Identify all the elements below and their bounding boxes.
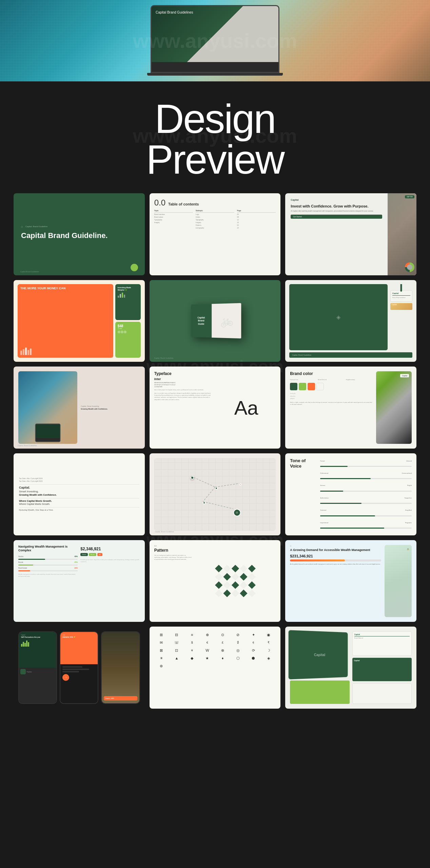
typeface-name: Inter [154,377,213,381]
toc-col-header: Topic [154,210,193,213]
card1-title: Capital Brand Guideline. [21,231,137,240]
card5-footer: Capital. Brand Guidelines [154,357,174,359]
icon-cell: ☽ [265,647,272,654]
business-card: ◈ [289,284,388,351]
laptop-screen: Capital Brand Guidelines [152,6,278,62]
screen-content: Capital Brand Guidelines [156,10,193,15]
icon-cell: ⊞ [158,631,165,638]
hero-section: Capital Brand Guidelines www.anyusi.com [0,0,430,81]
svg-line-1 [203,487,215,501]
preview-grid: ⬡Capital. Brand Guideline Capital Brand … [0,190,430,730]
card3-title: Invest with Confidence. Grow with Purpos… [291,204,382,209]
icon-cell: € [204,639,211,646]
icon-cell: ₿ [235,639,241,646]
card-copywriting: Tan Dale. Alta / Com-right 2024 Tan Dale… [14,453,145,535]
color-swatch-1 [290,383,297,390]
phone-1: Capital S&P Fluctuations this year Portf… [18,631,57,704]
icon-cell: ⊛ [158,663,165,669]
icon-cell: ⬡ [235,655,241,662]
card-invest-hero: Capital Invest with Confidence. Grow wit… [285,193,416,275]
card-print-booklet: CapitalBrandGuide 🚲 Capital. Brand Guide… [150,280,281,362]
demand-desc: As the global demand for personalized we… [290,563,381,565]
icon-cell: $ [189,639,195,646]
icon-cell: ⟳ [250,647,257,654]
id-card: Capital Brand Representative Capital [390,284,412,351]
card3-image: S&P 500 [388,193,416,275]
demand-title: A Growing Demand for Accessible Wealth M… [290,548,381,552]
card-brand-color: Brand color Pantone First Brand Second S… [285,367,416,449]
card3-cta: Get Started [291,215,382,219]
icon-cell: ⊠ [158,647,165,654]
grid-row-2: THE MORE YOUR MONEY CAN Investing Made S… [14,280,416,362]
svg-line-2 [215,484,239,487]
card-brand-guideline: ⬡Capital. Brand Guideline Capital Brand … [14,193,145,275]
laptop-container: Capital Brand Guidelines [144,5,286,76]
laptop-bezel-bottom [152,62,278,72]
card4-main-text: THE MORE YOUR MONEY CAN [20,287,111,290]
card3-badge: S&P 500 [405,195,414,198]
card3-subtitle: At Capital, reify watching wealth manage… [291,210,382,213]
phone-3: Capital. +28% [101,631,140,704]
phone-2: Tips FINANCE TIPS 💡 → [60,631,98,704]
card7-laptop [35,423,61,442]
toc-col-header2: Subtopic [196,210,234,213]
card-iconography: ⊞ ⊟ ≡ ⊕ ⊙ ⊘ ✦ ◉ ✉ ☏ $ € £ ₿ ¢ ₹ ⊠ ⊡ ¥ W [150,627,281,709]
demand-amount: $231,346,921 [290,554,381,558]
card4-sub2: $48 +2.4% [115,322,141,358]
laptop-base [147,73,283,76]
icon-cell: ☀ [158,655,165,662]
typeface-desc: Inter is best project for Capital, sharp… [154,389,213,391]
laptop-body: Capital Brand Guidelines [151,5,279,73]
icon-cell: W [204,647,211,654]
card1-label: ⬡Capital. Brand Guideline [21,225,137,228]
typeface-aa: Aa [234,396,258,419]
card-wealth-complex: Navigating Wealth Management is Complex … [14,540,145,622]
icon-cell: ◎ [235,647,241,654]
icon-cell: ★ [204,655,211,662]
wealth-amount: $2,346,921 [80,547,140,551]
screen-text: Capital Brand Guidelines [156,10,193,15]
icon-cell: ¥ [189,647,195,654]
icon-cell: ⊙ [219,631,226,638]
design-preview-title: Design Preview [34,98,396,180]
icon-cell: ⊕ [204,631,211,638]
booklet: CapitalBrandGuide 🚲 [191,303,241,339]
color-swatch-3 [308,383,315,390]
card-laptop-lifestyle: Capital. Smart Investing. Growing Wealth… [14,367,145,449]
card-social-marketing: THE MORE YOUR MONEY CAN Investing Made S… [14,280,145,362]
tov-title: Tone of Voice [290,458,315,469]
card1-dot [131,264,138,271]
card1-footer: Capital Brand Guidelines [20,271,39,273]
pattern-desc: Use our background pattern materials use… [154,554,192,561]
grid-row-3: Capital. Smart Investing. Growing Wealth… [14,367,416,449]
svg-line-3 [203,501,233,509]
card-typeface: Typeface Inter ABCDEFGHIJKLMNOPQRSTUVWXY… [150,367,281,449]
svg-line-0 [191,476,215,487]
grid-row-4: Tan Dale. Alta / Com-right 2024 Tan Dale… [14,453,416,535]
grid-row-6: Capital S&P Fluctuations this year Portf… [14,627,416,709]
icon-cell: ◈ [265,655,272,662]
icon-cell: ¢ [250,639,257,646]
icon-cell: ◆ [189,655,195,662]
toc-col-header3: Page [237,210,276,213]
pattern-title: Pattern [154,548,192,553]
icon-cell: ♦ [219,655,226,662]
icon-cell: ◉ [265,631,272,638]
icon-cell: ✉ [158,639,165,646]
grid-row-1: ⬡Capital. Brand Guideline Capital Brand … [14,193,416,275]
icon-cell: ⬢ [250,655,257,662]
icon-cell: £ [219,639,226,646]
typeface-title: Typeface [154,371,213,376]
card-brand-materials: Capital Capital Brand Material Capital [285,627,416,709]
card-mobile-apps: Capital S&P Fluctuations this year Portf… [14,627,145,709]
card-table-of-contents: 0.0 Table of contents Topic Subtopic Pag… [150,193,281,275]
card4-main: THE MORE YOUR MONEY CAN [18,284,113,358]
color-swatch-2 [299,383,306,390]
grid-row-5: Navigating Wealth Management is Complex … [14,540,416,622]
color-swatch-4 [316,383,324,390]
icon-cell: ✦ [250,631,257,638]
map-container: ⬡ [154,458,276,531]
toc-title: Table of contents [168,202,199,206]
brand-color-title: Brand color [290,371,373,376]
card4-sub1: Investing Made Simpler 🌿 [115,284,141,320]
